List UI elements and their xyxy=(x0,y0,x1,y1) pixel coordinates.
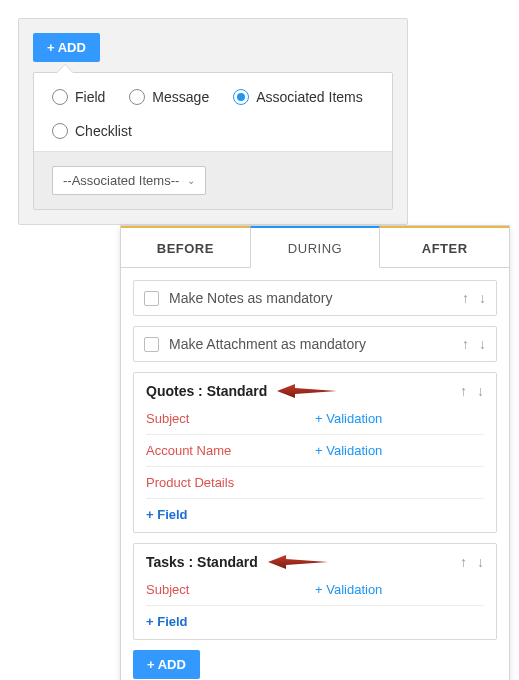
group-quotes: Quotes : Standard ↑ ↓ Subject + Validati… xyxy=(133,372,497,533)
move-down-icon[interactable]: ↓ xyxy=(477,554,484,570)
chevron-down-icon: ⌄ xyxy=(187,175,195,186)
type-radio-group: Field Message Associated Items Checklist xyxy=(34,73,392,151)
stage-tabs: BEFORE DURING AFTER xyxy=(121,226,509,268)
move-up-icon[interactable]: ↑ xyxy=(462,290,469,306)
field-row: Product Details xyxy=(146,467,484,499)
group-tasks: Tasks : Standard ↑ ↓ Subject + Validatio… xyxy=(133,543,497,640)
move-up-icon[interactable]: ↑ xyxy=(460,554,467,570)
field-label: Product Details xyxy=(146,475,315,490)
stage-panel: BEFORE DURING AFTER Make Notes as mandat… xyxy=(120,225,510,680)
add-field-link[interactable]: + Field xyxy=(146,606,484,631)
add-button-top[interactable]: + ADD xyxy=(33,33,100,62)
group-title: Tasks : Standard xyxy=(146,554,258,570)
checkbox-label: Make Attachment as mandatory xyxy=(169,336,366,352)
field-label: Subject xyxy=(146,411,315,426)
radio-icon xyxy=(129,89,145,105)
add-popover: Field Message Associated Items Checklist… xyxy=(33,72,393,210)
field-row: Subject + Validation xyxy=(146,574,484,606)
checkbox-attachment[interactable] xyxy=(144,337,159,352)
field-row: Account Name + Validation xyxy=(146,435,484,467)
field-row: Subject + Validation xyxy=(146,403,484,435)
field-label: Subject xyxy=(146,582,315,597)
associated-items-select[interactable]: --Associated Items-- ⌄ xyxy=(52,166,206,195)
add-validation-link[interactable]: + Validation xyxy=(315,411,382,426)
move-up-icon[interactable]: ↑ xyxy=(462,336,469,352)
field-label: Account Name xyxy=(146,443,315,458)
tab-after[interactable]: AFTER xyxy=(380,226,509,268)
add-button-bottom[interactable]: + ADD xyxy=(133,650,200,679)
move-down-icon[interactable]: ↓ xyxy=(477,383,484,399)
add-validation-link[interactable]: + Validation xyxy=(315,582,382,597)
radio-message[interactable]: Message xyxy=(129,89,209,105)
move-up-icon[interactable]: ↑ xyxy=(460,383,467,399)
add-validation-link[interactable]: + Validation xyxy=(315,443,382,458)
tab-before[interactable]: BEFORE xyxy=(121,226,250,268)
group-title-row: Quotes : Standard ↑ ↓ xyxy=(146,383,484,399)
select-row: --Associated Items-- ⌄ xyxy=(34,151,392,209)
radio-label: Checklist xyxy=(75,123,132,139)
group-title-row: Tasks : Standard ↑ ↓ xyxy=(146,554,484,570)
radio-label: Associated Items xyxy=(256,89,363,105)
add-field-link[interactable]: + Field xyxy=(146,499,484,524)
notes-mandatory-row: Make Notes as mandatory ↑ ↓ xyxy=(133,280,497,316)
radio-checklist[interactable]: Checklist xyxy=(52,123,132,139)
select-value: --Associated Items-- xyxy=(63,173,179,188)
annotation-arrow-icon xyxy=(277,384,337,398)
radio-icon xyxy=(52,123,68,139)
group-title: Quotes : Standard xyxy=(146,383,267,399)
tab-during[interactable]: DURING xyxy=(250,226,381,268)
radio-field[interactable]: Field xyxy=(52,89,105,105)
radio-label: Field xyxy=(75,89,105,105)
radio-associated-items[interactable]: Associated Items xyxy=(233,89,363,105)
annotation-arrow-icon xyxy=(268,555,328,569)
radio-icon xyxy=(233,89,249,105)
attachment-mandatory-row: Make Attachment as mandatory ↑ ↓ xyxy=(133,326,497,362)
move-down-icon[interactable]: ↓ xyxy=(479,336,486,352)
stage-body: Make Notes as mandatory ↑ ↓ Make Attachm… xyxy=(121,268,509,680)
radio-label: Message xyxy=(152,89,209,105)
radio-icon xyxy=(52,89,68,105)
checkbox-label: Make Notes as mandatory xyxy=(169,290,332,306)
move-down-icon[interactable]: ↓ xyxy=(479,290,486,306)
checkbox-notes[interactable] xyxy=(144,291,159,306)
add-popover-panel: + ADD Field Message Associated Items Che… xyxy=(18,18,408,225)
